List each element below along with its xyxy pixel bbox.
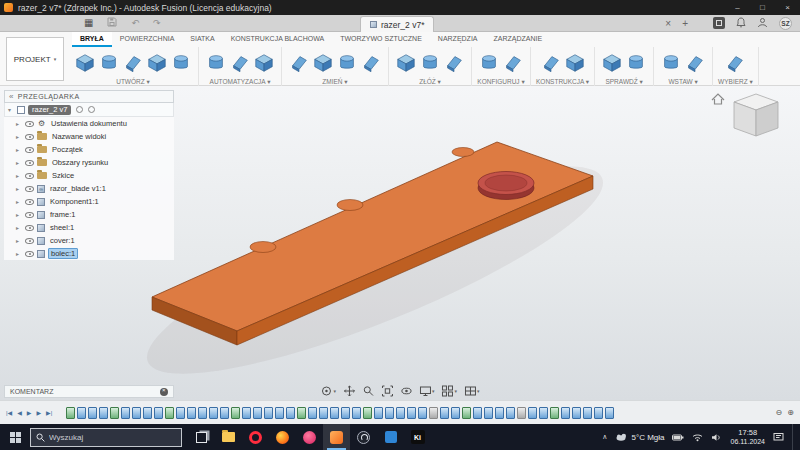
expand-arrow-icon[interactable]: ▸	[16, 172, 22, 179]
browser-item-frame-1[interactable]: ▸frame:1	[4, 208, 174, 221]
tool-icon[interactable]	[395, 52, 417, 74]
tool-icon[interactable]	[540, 52, 562, 74]
timeline-feature-feature[interactable]	[209, 407, 218, 419]
project-button[interactable]: PROJEKT ▾	[6, 37, 64, 81]
tool-icon[interactable]	[122, 52, 144, 74]
timeline-feature-feature[interactable]	[143, 407, 152, 419]
zoom-icon[interactable]	[362, 385, 374, 397]
timeline-feature-feature[interactable]	[374, 407, 383, 419]
timeline-feature-feature[interactable]	[440, 407, 449, 419]
tool-icon[interactable]	[74, 52, 96, 74]
timeline-feature-feature[interactable]	[99, 407, 108, 419]
taskbar-app-firefox[interactable]	[269, 424, 296, 450]
timeline-feature-sketch[interactable]	[110, 407, 119, 419]
browser-item-razor-blade-v1-1[interactable]: ▸razor_blade v1:1	[4, 182, 174, 195]
tool-icon[interactable]	[684, 52, 706, 74]
pan-icon[interactable]	[343, 385, 355, 397]
tool-icon[interactable]	[360, 52, 382, 74]
browser-item-obszary-rysunku[interactable]: ▸Obszary rysunku	[4, 156, 174, 169]
browser-item-nazwane-widoki[interactable]: ▸Nazwane widoki	[4, 130, 174, 143]
timeline-feature-feature[interactable]	[198, 407, 207, 419]
timeline-play-icon[interactable]: ▶	[27, 409, 32, 416]
expand-arrow-icon[interactable]: ▸	[16, 211, 22, 218]
tool-icon[interactable]	[660, 52, 682, 74]
timeline-feature-feature[interactable]	[407, 407, 416, 419]
ribbon-tab-konstrukcja-blachowa[interactable]: KONSTRUKCJA BLACHOWA	[223, 32, 332, 47]
network-icon[interactable]	[692, 433, 703, 442]
maximize-button[interactable]: □	[750, 0, 775, 15]
taskbar-app-obs[interactable]	[350, 424, 377, 450]
tool-icon[interactable]	[478, 52, 500, 74]
timeline-skip-start-icon[interactable]: |◀	[6, 409, 12, 416]
browser-item-cover-1[interactable]: ▸cover:1	[4, 234, 174, 247]
taskbar-app-opera[interactable]	[242, 424, 269, 450]
tray-chevron-icon[interactable]: ∧	[602, 433, 607, 441]
visibility-eye-icon[interactable]	[25, 173, 34, 179]
minimize-button[interactable]: –	[725, 0, 750, 15]
expand-arrow-icon[interactable]: ▸	[16, 146, 22, 153]
visibility-eye-icon[interactable]	[25, 186, 34, 192]
visibility-eye-icon[interactable]	[25, 238, 34, 244]
expand-arrow-icon[interactable]: ▸	[16, 159, 22, 166]
close-button[interactable]: ×	[775, 0, 800, 15]
expand-arrow-icon[interactable]: ▸	[16, 224, 22, 231]
visibility-eye-icon[interactable]	[25, 199, 34, 205]
ribbon-group-label[interactable]: WSTAW ▾	[668, 78, 697, 86]
timeline-feature-feature[interactable]	[572, 407, 581, 419]
undo-icon[interactable]: ↶	[131, 18, 139, 28]
timeline-feature-gray[interactable]	[429, 407, 438, 419]
visibility-eye-icon[interactable]	[25, 225, 34, 231]
timeline-feature-feature[interactable]	[88, 407, 97, 419]
timeline-feature-feature[interactable]	[495, 407, 504, 419]
browser-root-row[interactable]: ▾ razer_2 v7	[4, 103, 174, 117]
timeline-feature-feature[interactable]	[187, 407, 196, 419]
browser-root-button[interactable]	[76, 106, 83, 113]
orbit-icon[interactable]: ▾	[320, 385, 336, 397]
timeline-feature-sketch[interactable]	[363, 407, 372, 419]
timeline-feature-feature[interactable]	[253, 407, 262, 419]
browser-root-button[interactable]	[88, 106, 95, 113]
ribbon-tab-powierzchnia[interactable]: POWIERZCHNIA	[112, 32, 182, 47]
taskbar-app-fusion[interactable]	[323, 424, 350, 450]
ribbon-group-label[interactable]: ZŁÓŻ ▾	[419, 78, 441, 86]
comment-bar[interactable]: KOMENTARZ	[4, 385, 174, 398]
browser-item-bolec-1[interactable]: ▸bolec:1	[4, 247, 174, 260]
timeline-feature-sketch[interactable]	[231, 407, 240, 419]
extensions-icon[interactable]	[713, 17, 725, 29]
collapse-browser-icon[interactable]: «	[9, 92, 14, 101]
grid-settings-icon[interactable]: ▾	[442, 385, 458, 397]
timeline-feature-gray[interactable]	[517, 407, 526, 419]
timeline-feature-feature[interactable]	[176, 407, 185, 419]
timeline-zoom-in-icon[interactable]: ⊕	[787, 408, 794, 417]
visibility-eye-icon[interactable]	[25, 160, 34, 166]
tool-icon[interactable]	[288, 52, 310, 74]
timeline-feature-feature[interactable]	[286, 407, 295, 419]
visibility-eye-icon[interactable]	[25, 121, 34, 127]
comment-options-icon[interactable]	[160, 388, 168, 396]
timeline-feature-feature[interactable]	[220, 407, 229, 419]
timeline-feature-sketch[interactable]	[297, 407, 306, 419]
timeline-feature-feature[interactable]	[154, 407, 163, 419]
ribbon-group-label[interactable]: ZMIEŃ ▾	[322, 78, 347, 86]
redo-icon[interactable]: ↷	[153, 18, 161, 28]
timeline-feature-feature[interactable]	[77, 407, 86, 419]
close-tab-icon[interactable]: ×	[665, 18, 671, 29]
battery-icon[interactable]	[672, 434, 684, 441]
expand-arrow-icon[interactable]: ▸	[16, 198, 22, 205]
clock[interactable]: 17:58 06.11.2024	[730, 428, 765, 446]
weather-widget[interactable]: 5°C Mgła	[615, 432, 664, 443]
user-avatar[interactable]: SZ	[779, 17, 792, 30]
timeline-skip-end-icon[interactable]: ▶|	[46, 409, 52, 416]
tool-icon[interactable]	[625, 52, 647, 74]
save-icon[interactable]	[107, 17, 117, 29]
timeline-feature-feature[interactable]	[242, 407, 251, 419]
app-launcher-icon[interactable]: ▦	[84, 18, 93, 28]
tool-icon[interactable]	[419, 52, 441, 74]
timeline-feature-feature[interactable]	[539, 407, 548, 419]
tool-icon[interactable]	[601, 52, 623, 74]
ribbon-group-label[interactable]: WYBIERZ ▾	[718, 78, 753, 86]
tool-icon[interactable]	[98, 52, 120, 74]
timeline-feature-feature[interactable]	[275, 407, 284, 419]
expand-arrow-icon[interactable]: ▸	[16, 237, 22, 244]
document-tab[interactable]: razer_2 v7*	[360, 16, 434, 32]
